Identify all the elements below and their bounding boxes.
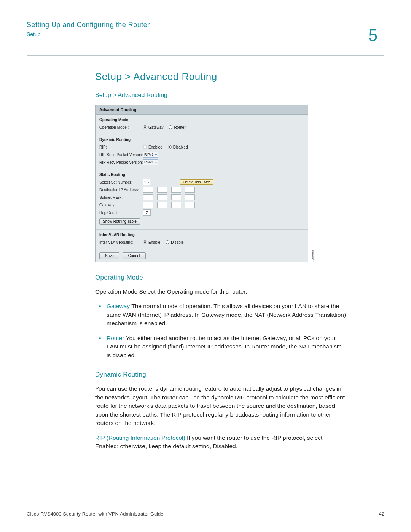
rip-send-label: RIP Send Packet Version: <box>99 153 143 157</box>
rip-label: RIP: <box>99 145 143 149</box>
dynamic-routing-paragraph: You can use the router's dynamic routing… <box>95 385 346 427</box>
dest-ip-label: Destination IP Address: <box>99 188 143 192</box>
bullet-router-lead: Router <box>107 335 124 341</box>
gateway-octet-1[interactable] <box>143 202 153 208</box>
dest-ip-octet-3[interactable] <box>171 187 181 193</box>
operating-mode-section-header: Operating Mode <box>99 116 304 123</box>
select-set-select[interactable]: 1 ▾ <box>143 179 150 185</box>
advanced-routing-panel: Advanced Routing Operating Mode Operatio… <box>95 105 308 262</box>
subnet-octet-4[interactable] <box>185 194 195 200</box>
inter-vlan-label: Inter-VLAN Routing: <box>99 240 143 244</box>
rip-enabled-radio[interactable] <box>143 145 147 149</box>
chapter-number-box: 5 <box>362 21 384 50</box>
router-radio[interactable] <box>169 125 172 129</box>
gateway-octet-2[interactable] <box>157 202 167 208</box>
page-heading-2: Setup > Advanced Routing <box>95 92 346 99</box>
chevron-down-icon: ▾ <box>155 153 157 157</box>
select-set-label: Select Set Number: <box>99 180 143 184</box>
subnet-octet-2[interactable] <box>157 194 167 200</box>
panel-title: Advanced Routing <box>96 105 308 115</box>
dynamic-routing-heading: Dynamic Routing <box>95 371 346 379</box>
static-routing-section-header: Static Routing <box>99 171 304 178</box>
operating-mode-intro: Operation Mode Select the Operating mode… <box>95 288 346 296</box>
image-id: 235580 <box>311 250 315 262</box>
bullet-gateway-lead: Gateway <box>107 303 130 309</box>
rip-recv-select[interactable]: RIPv1 ▾ <box>143 159 158 165</box>
dynamic-routing-section-header: Dynamic Routing <box>99 136 304 143</box>
operation-mode-label: Operation Mode : <box>99 125 143 129</box>
chapter-title: Setting Up and Configuring the Router <box>27 21 150 29</box>
subnet-octet-1[interactable] <box>143 194 153 200</box>
vlan-disable-label: Disable <box>171 240 183 244</box>
rip-send-select[interactable]: RIPv1 ▾ <box>143 152 158 158</box>
select-set-value: 1 <box>144 180 146 184</box>
vlan-disable-radio[interactable] <box>166 240 169 244</box>
footer-page-number: 42 <box>379 511 384 517</box>
save-button[interactable]: Save <box>99 252 119 259</box>
vlan-enable-radio[interactable] <box>143 240 147 244</box>
gateway-octet-3[interactable] <box>171 202 181 208</box>
chevron-down-icon: ▾ <box>155 161 157 164</box>
footer-rule <box>27 508 384 508</box>
bullet-router: Router You either need another router to… <box>107 334 346 359</box>
subnet-label: Subnet Mask: <box>99 195 143 200</box>
inter-vlan-section-header: Inter-VLAN Routing <box>99 231 304 238</box>
footer-doc-title: Cisco RVS4000 Security Router with VPN A… <box>27 511 164 517</box>
cancel-button[interactable]: Cancel <box>123 252 146 259</box>
show-routing-table-button[interactable]: Show Routing Table <box>99 218 140 225</box>
rip-lead: RIP (Routing Information Protocol) <box>95 435 185 441</box>
rip-disabled-label: Disabled <box>173 145 188 149</box>
section-label: Setup <box>27 31 150 37</box>
chapter-number: 5 <box>368 26 378 45</box>
bullet-router-text: You either need another router to act as… <box>107 335 342 358</box>
gateway-label: Gateway: <box>99 203 143 207</box>
gateway-radio-label: Gateway <box>148 125 163 129</box>
rip-disabled-radio[interactable] <box>168 145 172 149</box>
hop-count-input[interactable]: 2 <box>143 209 151 216</box>
vlan-enable-label: Enable <box>148 240 160 244</box>
subnet-octet-3[interactable] <box>171 194 181 200</box>
bullet-gateway-text: The normal mode of operation. This allow… <box>107 303 346 326</box>
dest-ip-octet-1[interactable] <box>143 187 153 193</box>
header-rule <box>27 55 384 56</box>
hop-count-label: Hop Count: <box>99 211 143 215</box>
page-heading-1: Setup > Advanced Routing <box>95 71 346 83</box>
rip-enabled-label: Enabled <box>148 145 162 149</box>
rip-recv-label: RIP Recv Packet Version: <box>99 160 143 165</box>
bullet-gateway: Gateway The normal mode of operation. Th… <box>107 302 346 328</box>
dest-ip-octet-4[interactable] <box>185 187 195 193</box>
dest-ip-octet-2[interactable] <box>157 187 167 193</box>
delete-entry-button[interactable]: Delete This Entry <box>180 179 213 185</box>
rip-send-value: RIPv1 <box>144 153 154 157</box>
rip-paragraph: RIP (Routing Information Protocol) If yo… <box>95 434 346 451</box>
gateway-octet-4[interactable] <box>185 202 195 208</box>
rip-recv-value: RIPv1 <box>144 160 154 164</box>
router-radio-label: Router <box>174 125 185 129</box>
operating-mode-heading: Operating Mode <box>95 274 346 281</box>
chevron-down-icon: ▾ <box>148 181 149 184</box>
gateway-radio[interactable] <box>143 125 147 129</box>
